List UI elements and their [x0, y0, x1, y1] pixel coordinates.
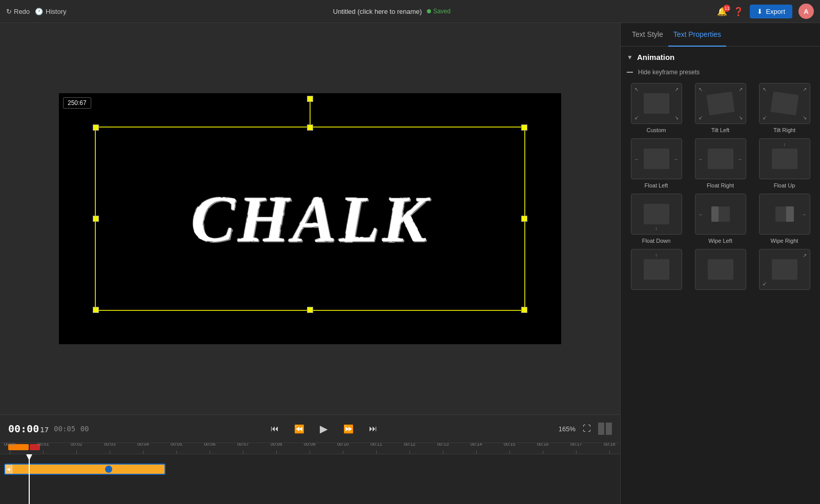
preset-thumb-tilt-right: ↖ ↗ ↙ ↘ [759, 83, 810, 124]
chalk-text-element: CHALK [191, 180, 429, 257]
ruler-mark-3: 00:03 [104, 443, 116, 454]
preset-inner-square-12 [772, 259, 797, 280]
ruler-mark-14: 00:14 [470, 443, 482, 454]
preset-inner-square-float-up [772, 149, 797, 169]
preset-item-float-up[interactable]: ↑ Float Up [755, 138, 814, 188]
keyframe-presets-toggle[interactable]: Hide keyframe presets [627, 69, 814, 76]
preset-item-10[interactable]: ↑ [627, 249, 686, 290]
play-button[interactable]: ▶ [316, 421, 332, 436]
arrow-right-float-left-icon: → [673, 156, 679, 162]
header: ↻ Redo 🕐 History Untitled (click here to… [0, 0, 820, 23]
skip-to-start-button[interactable]: ⏮ [267, 421, 282, 436]
preset-inner-square-wipe-left [711, 206, 730, 222]
help-button[interactable]: ❓ [733, 7, 744, 16]
preset-item-float-down[interactable]: ↓ Float Down [627, 194, 686, 244]
preset-thumb-12: ↗ ↙ [759, 249, 810, 290]
clip-playhead-indicator [105, 466, 112, 473]
pip-button[interactable] [598, 423, 612, 435]
resize-handle-br[interactable] [521, 307, 527, 313]
tab-text-style[interactable]: Text Style [627, 23, 668, 47]
panel-tabs: Text Style Text Properties [621, 23, 820, 47]
export-button[interactable]: ⬇ Export [750, 5, 792, 18]
ruler-mark-17: 00:17 [570, 443, 582, 454]
ruler-mark-18: 00:18 [604, 443, 616, 454]
playhead[interactable] [29, 454, 30, 504]
download-icon: ⬇ [757, 8, 763, 15]
preset-item-wipe-right[interactable]: → Wipe Right [755, 194, 814, 244]
presets-grid-row1: ↖ ↗ ↙ ↘ Custom ↖ ↗ ↙ ↘ [627, 83, 814, 133]
export-label: Export [766, 8, 785, 15]
presets-grid-row2: ← → Float Left ← → Float Right [627, 138, 814, 188]
avatar[interactable]: A [798, 4, 814, 19]
preset-inner-square-tilt-right [770, 92, 798, 116]
preset-inner-square-float-left [644, 149, 669, 169]
ruler-label-16: 00:16 [537, 443, 549, 447]
preset-inner-square-float-down [644, 204, 669, 224]
resize-handle-bm[interactable] [307, 307, 313, 313]
redo-button[interactable]: ↻ Redo [6, 8, 30, 15]
resize-handle-tl[interactable] [93, 124, 99, 131]
preset-item-float-left[interactable]: ← → Float Left [627, 138, 686, 188]
ruler-label-7: 00:07 [237, 443, 249, 447]
resize-handle-tr[interactable] [521, 124, 527, 131]
preset-inner-square-tilt-left [706, 92, 734, 116]
arrow-br-tilt-left-icon: ↘ [739, 115, 743, 120]
preset-item-tilt-left[interactable]: ↖ ↗ ↙ ↘ Tilt Left [691, 83, 750, 133]
resize-handle-ml[interactable] [93, 216, 99, 222]
skip-to-end-button[interactable]: ⏭ [365, 421, 381, 436]
resize-handle-tm[interactable] [307, 124, 313, 131]
preset-thumb-custom: ↖ ↗ ↙ ↘ [631, 83, 682, 124]
clip-start-marker[interactable]: ◀ [5, 465, 12, 474]
preset-thumb-wipe-left: ← [695, 194, 746, 235]
ruler-mark-15: 00:15 [504, 443, 516, 454]
time-total-sub: 00 [80, 425, 89, 433]
arrow-tl-tilt-right-icon: ↖ [763, 87, 767, 92]
saved-dot-icon [427, 9, 431, 13]
preset-thumb-float-left: ← → [631, 138, 682, 179]
preset-inner-square-wipe-right [775, 206, 794, 222]
tab-text-properties[interactable]: Text Properties [668, 23, 726, 47]
ruler-label-12: 00:12 [404, 443, 416, 447]
ruler-label-13: 00:13 [437, 443, 449, 447]
redo-icon: ↻ [6, 8, 12, 15]
preset-thumb-float-up: ↑ [759, 138, 810, 179]
preset-thumb-10: ↑ [631, 249, 682, 290]
arrow-tr-icon: ↗ [674, 87, 679, 92]
ruler-label-14: 00:14 [470, 443, 482, 447]
presets-grid-row3: ↓ Float Down ← Wipe Left [627, 194, 814, 244]
controls-bar: 00:0017 00:05 00 ⏮ ⏪ ▶ ⏩ ⏭ 165% ⛶ [0, 414, 620, 443]
preset-inner-square-11 [708, 259, 733, 280]
time-total-main: 00:05 [54, 425, 75, 433]
rewind-button[interactable]: ⏪ [292, 421, 307, 436]
preset-item-tilt-right[interactable]: ↖ ↗ ↙ ↘ Tilt Right [755, 83, 814, 133]
chalk-text-container[interactable]: CHALK [95, 127, 525, 311]
resize-handle-bl[interactable] [93, 307, 99, 313]
preset-item-float-right[interactable]: ← → Float Right [691, 138, 750, 188]
preset-item-wipe-left[interactable]: ← Wipe Left [691, 194, 750, 244]
fast-forward-button[interactable]: ⏩ [341, 421, 356, 436]
section-toggle-icon[interactable]: ▼ [627, 54, 633, 61]
preset-item-12[interactable]: ↗ ↙ [755, 249, 814, 290]
ruler-mark-4: 00:04 [137, 443, 149, 454]
dash-icon [627, 72, 633, 73]
preset-float-left-label: Float Left [645, 182, 668, 188]
keyframe-presets-label: Hide keyframe presets [638, 69, 700, 76]
time-total: 00:05 00 [54, 425, 89, 433]
ruler-label-8: 00:08 [271, 443, 282, 447]
history-button[interactable]: 🕐 History [35, 8, 66, 15]
ruler-marks: 00:0000:0100:0200:0300:0400:0500:0600:07… [4, 446, 616, 454]
project-title[interactable]: Untitled (click here to rename) [333, 8, 422, 15]
notifications-button[interactable]: 🔔 11 [717, 7, 727, 16]
fullscreen-button[interactable]: ⛶ [583, 424, 591, 433]
preset-item-11[interactable] [691, 249, 750, 290]
time-display: 00:0017 00:05 00 [8, 423, 89, 435]
ruler-label-6: 00:06 [204, 443, 216, 447]
ruler-mark-8: 00:08 [271, 443, 282, 454]
ruler-label-15: 00:15 [504, 443, 516, 447]
resize-handle-mr[interactable] [521, 216, 527, 222]
rotation-handle[interactable] [307, 96, 313, 102]
arrow-bl-12-icon: ↙ [763, 281, 767, 286]
preset-item-custom[interactable]: ↖ ↗ ↙ ↘ Custom [627, 83, 686, 133]
preset-thumb-wipe-right: → [759, 194, 810, 235]
arrow-bl-tilt-right-icon: ↙ [763, 115, 767, 120]
